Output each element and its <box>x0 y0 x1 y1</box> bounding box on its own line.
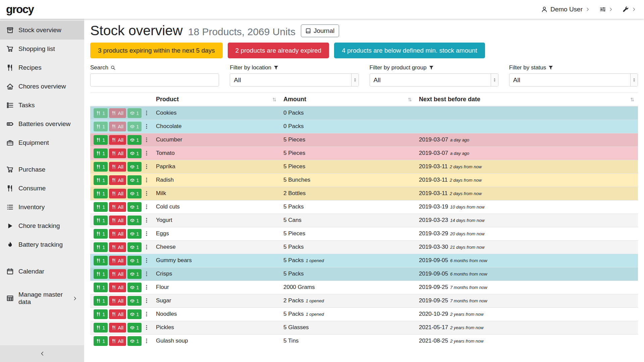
open-one-button[interactable]: 1 <box>127 135 142 145</box>
consume-all-button[interactable]: All <box>109 229 126 239</box>
open-one-button[interactable]: 1 <box>127 309 142 319</box>
journal-button[interactable]: Journal <box>301 24 339 37</box>
app-logo[interactable]: grocy <box>6 3 34 16</box>
consume-all-button[interactable]: All <box>109 202 126 212</box>
row-menu-button[interactable] <box>144 338 149 344</box>
filter-status-select[interactable]: All <box>509 73 638 86</box>
consume-all-button[interactable]: All <box>109 135 126 145</box>
consume-all-button[interactable]: All <box>109 175 126 185</box>
consume-one-button[interactable]: 1 <box>94 175 108 185</box>
sidebar-collapse-button[interactable] <box>0 345 84 362</box>
open-one-button[interactable]: 1 <box>127 189 142 198</box>
row-menu-button[interactable] <box>144 191 149 196</box>
sort-icon[interactable] <box>272 97 277 102</box>
row-menu-button[interactable] <box>144 204 149 209</box>
sidebar-item-shopping-list[interactable]: Shopping list <box>0 40 84 58</box>
consume-one-button[interactable]: 1 <box>94 148 108 158</box>
consume-one-button[interactable]: 1 <box>94 229 108 239</box>
consume-one-button[interactable]: 1 <box>94 108 108 118</box>
sidebar-item-purchase[interactable]: Purchase <box>0 160 84 179</box>
open-one-button[interactable]: 1 <box>127 283 142 292</box>
sidebar-item-battery-tracking[interactable]: Battery tracking <box>0 235 84 254</box>
consume-all-button[interactable]: All <box>109 296 126 306</box>
consume-one-button[interactable]: 1 <box>94 336 108 346</box>
open-one-button[interactable]: 1 <box>127 242 142 252</box>
consume-one-button[interactable]: 1 <box>94 202 108 212</box>
open-one-button[interactable]: 1 <box>127 229 142 239</box>
open-one-button[interactable]: 1 <box>127 175 142 185</box>
sidebar-item-recipes[interactable]: Recipes <box>0 58 84 77</box>
row-menu-button[interactable] <box>144 164 149 169</box>
consume-all-button[interactable]: All <box>109 216 126 225</box>
open-one-button[interactable]: 1 <box>127 202 142 212</box>
filter-location-select[interactable]: All <box>230 73 359 86</box>
open-one-button[interactable]: 1 <box>127 323 142 333</box>
open-one-button[interactable]: 1 <box>127 269 142 279</box>
consume-one-button[interactable]: 1 <box>94 296 108 306</box>
open-one-button[interactable]: 1 <box>127 122 142 131</box>
row-menu-button[interactable] <box>144 258 149 263</box>
row-menu-button[interactable] <box>144 285 149 290</box>
sort-icon[interactable] <box>408 97 412 102</box>
expiring-alert-button[interactable]: 3 products expiring within the next 5 da… <box>90 43 223 58</box>
consume-one-button[interactable]: 1 <box>94 216 108 225</box>
sidebar-item-chores-overview[interactable]: Chores overview <box>0 77 84 96</box>
consume-all-button[interactable]: All <box>109 242 126 252</box>
sidebar-item-chore-tracking[interactable]: Chore tracking <box>0 217 84 235</box>
consume-one-button[interactable]: 1 <box>94 269 108 279</box>
row-menu-button[interactable] <box>144 137 149 142</box>
sidebar-item-stock-overview[interactable]: Stock overview <box>0 21 84 40</box>
row-menu-button[interactable] <box>144 325 149 330</box>
search-input[interactable] <box>90 73 219 86</box>
consume-all-button[interactable]: All <box>109 162 126 172</box>
user-menu[interactable]: Demo User <box>541 6 590 13</box>
row-menu-button[interactable] <box>144 244 149 250</box>
consume-all-button[interactable]: All <box>109 256 126 265</box>
column-header-amount[interactable]: Amount <box>280 93 416 107</box>
consume-all-button[interactable]: All <box>109 309 126 319</box>
sidebar-item-tasks[interactable]: Tasks <box>0 96 84 115</box>
expired-alert-button[interactable]: 2 products are already expired <box>228 43 329 58</box>
open-one-button[interactable]: 1 <box>127 336 142 346</box>
consume-all-button[interactable]: All <box>109 323 126 333</box>
column-header-product[interactable]: Product <box>153 93 280 107</box>
open-one-button[interactable]: 1 <box>127 296 142 306</box>
settings-menu[interactable] <box>600 6 613 12</box>
row-menu-button[interactable] <box>144 124 149 129</box>
row-menu-button[interactable] <box>144 271 149 277</box>
row-menu-button[interactable] <box>144 110 149 116</box>
row-menu-button[interactable] <box>144 177 149 183</box>
row-menu-button[interactable] <box>144 311 149 317</box>
open-one-button[interactable]: 1 <box>127 162 142 172</box>
open-one-button[interactable]: 1 <box>127 108 142 118</box>
consume-one-button[interactable]: 1 <box>94 189 108 198</box>
sort-icon[interactable] <box>630 97 635 102</box>
below-min-stock-alert-button[interactable]: 4 products are below defined min. stock … <box>334 43 485 58</box>
consume-one-button[interactable]: 1 <box>94 309 108 319</box>
consume-all-button[interactable]: All <box>109 189 126 198</box>
consume-one-button[interactable]: 1 <box>94 135 108 145</box>
consume-one-button[interactable]: 1 <box>94 256 108 265</box>
row-menu-button[interactable] <box>144 150 149 156</box>
consume-all-button[interactable]: All <box>109 283 126 292</box>
sidebar-item-batteries-overview[interactable]: Batteries overview <box>0 115 84 133</box>
open-one-button[interactable]: 1 <box>127 148 142 158</box>
filter-product-group-select[interactable]: All <box>370 73 498 86</box>
open-one-button[interactable]: 1 <box>127 216 142 225</box>
consume-one-button[interactable]: 1 <box>94 283 108 292</box>
sidebar-item-inventory[interactable]: Inventory <box>0 198 84 217</box>
consume-one-button[interactable]: 1 <box>94 122 108 131</box>
consume-one-button[interactable]: 1 <box>94 323 108 333</box>
consume-all-button[interactable]: All <box>109 148 126 158</box>
sidebar-item-calendar[interactable]: Calendar <box>0 262 84 281</box>
sidebar-item-equipment[interactable]: Equipment <box>0 133 84 152</box>
row-menu-button[interactable] <box>144 218 149 223</box>
admin-menu[interactable] <box>623 6 636 12</box>
open-one-button[interactable]: 1 <box>127 256 142 265</box>
consume-all-button[interactable]: All <box>109 122 126 131</box>
consume-all-button[interactable]: All <box>109 336 126 346</box>
consume-all-button[interactable]: All <box>109 108 126 118</box>
sidebar-item-consume[interactable]: Consume <box>0 179 84 198</box>
consume-one-button[interactable]: 1 <box>94 162 108 172</box>
row-menu-button[interactable] <box>144 298 149 303</box>
